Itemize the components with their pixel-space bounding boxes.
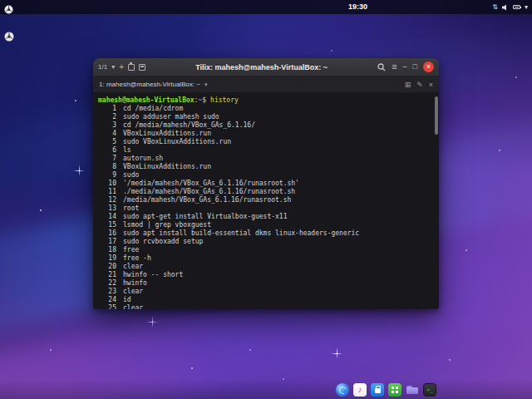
history-row: 18free [98, 246, 431, 254]
hamburger-menu-icon[interactable]: ≡ [392, 62, 397, 72]
tab-close-icon[interactable]: × [429, 81, 433, 89]
history-command: VBoxLinuxAdditions.run [123, 130, 211, 137]
history-number: 25 [98, 304, 116, 309]
session-pager: 1/1 [98, 63, 107, 71]
tab-bar: 1: mahesh@mahesh-VirtualBox: ~ ▾ ⊞ ✎ × [93, 76, 439, 93]
music-icon[interactable]: ♪ [353, 383, 367, 397]
history-number: 1 [98, 105, 116, 113]
terminal-app-icon[interactable]: >_ [423, 383, 436, 397]
history-row: 21hwinfo -- short [98, 271, 431, 279]
history-number: 9 [98, 171, 116, 180]
terminal-viewport[interactable]: mahesh@mahesh-VirtualBox:~$history 1cd /… [93, 93, 439, 309]
bottom-panel-shade [0, 379, 532, 399]
history-row: 15lsmod | grep vboxguest [98, 221, 431, 229]
window-titlebar[interactable]: 1/1 ▾ + Tilix: mahesh@mahesh-VirtualBox:… [93, 58, 439, 76]
history-number: 5 [98, 138, 116, 146]
wallpaper-sparkle [331, 347, 342, 359]
history-command: hwinfo [123, 279, 147, 287]
history-list: 1cd /media/cdrom 2sudo adduser mahesh su… [98, 105, 431, 309]
history-number: 14 [98, 213, 116, 221]
history-command: sudo adduser mahesh sudo [123, 113, 219, 121]
volume-icon[interactable] [502, 4, 509, 11]
clipboard-icon[interactable] [128, 64, 135, 71]
history-number: 17 [98, 238, 116, 246]
history-row: 23clear [98, 288, 431, 296]
edit-title-icon[interactable]: ✎ [416, 81, 423, 89]
history-row: 1cd /media/cdrom [98, 105, 431, 113]
history-row: 6ls [98, 146, 431, 155]
software-store-icon[interactable] [388, 383, 401, 397]
typed-command: history [210, 96, 239, 104]
files-icon[interactable] [406, 383, 419, 397]
history-command: sudo apt-get install Virtualbox-guest-x1… [123, 213, 287, 220]
history-number: 13 [98, 204, 116, 213]
prompt-user-host: mahesh@mahesh-VirtualBox [98, 96, 195, 104]
tab-actions: ⊞ ✎ × [405, 81, 433, 89]
history-command: '/media/mahesh/VBox_GAs_6.1.16/runasroot… [123, 180, 299, 187]
history-command: cd /media/cdrom [123, 105, 183, 112]
history-row: 2sudo adduser mahesh sudo [98, 113, 431, 121]
prompt-dollar: $ [202, 96, 206, 104]
minimize-button[interactable]: – [403, 62, 407, 72]
session-chevron-icon[interactable]: ▾ [111, 63, 115, 71]
history-number: 4 [98, 130, 116, 138]
history-command: sudo apt install build-essential dkms li… [123, 229, 359, 237]
browser-icon[interactable] [336, 383, 349, 397]
display-icon[interactable] [139, 64, 145, 71]
history-number: 15 [98, 221, 116, 229]
history-command: sudo rcvboxadd setup [123, 238, 203, 245]
history-number: 8 [98, 163, 116, 171]
history-row: 17sudo rcvboxadd setup [98, 238, 431, 246]
close-button[interactable]: × [423, 62, 434, 72]
network-icon[interactable]: ⇅ [492, 2, 498, 12]
tab-session[interactable]: 1: mahesh@mahesh-VirtualBox: ~ ▾ [99, 81, 208, 88]
titlebar-right-controls: ≡ – □ × [377, 62, 434, 72]
history-number: 24 [98, 296, 116, 304]
history-row: 13root [98, 204, 431, 213]
clock[interactable]: 19:30 [348, 2, 367, 11]
history-command: cd /media/mahesh/VBox_GAs_6.1.16/ [123, 121, 255, 129]
titlebar-left-controls: 1/1 ▾ + [98, 63, 145, 71]
taskbar-dock: ♪ >_ [336, 382, 436, 397]
history-row: 12/media/mahesh/VBox_GAs_6.1.16/runasroo… [98, 196, 431, 204]
split-terminal-icon[interactable]: ⊞ [405, 81, 411, 89]
tray-chevron-icon[interactable]: ▾ [525, 2, 528, 12]
history-number: 11 [98, 188, 116, 196]
history-command: hwinfo -- short [123, 271, 183, 278]
search-icon[interactable] [377, 63, 386, 71]
history-number: 20 [98, 263, 116, 271]
history-command: ls [123, 146, 131, 154]
appstore-icon[interactable] [371, 383, 384, 397]
history-row: 14sudo apt-get install Virtualbox-guest-… [98, 213, 431, 221]
history-command: free -h [123, 254, 151, 262]
history-number: 2 [98, 113, 116, 121]
scrollbar-thumb[interactable] [435, 96, 438, 135]
desktop-shortcut-icon[interactable] [4, 30, 14, 40]
history-command: clear [123, 304, 143, 309]
history-row: 22hwinfo [98, 279, 431, 288]
history-number: 6 [98, 146, 116, 155]
history-number: 12 [98, 196, 116, 204]
terminal-scrollbar[interactable] [435, 95, 438, 308]
history-command: sudo VBoxLinuxAdditions.run [123, 138, 231, 145]
maximize-button[interactable]: □ [413, 62, 417, 72]
history-command: sudo [123, 171, 139, 179]
history-row: 9sudo [98, 171, 431, 180]
history-number: 3 [98, 121, 116, 130]
history-row: 25clear [98, 304, 431, 309]
history-command: ./media/mahesh/VBox_GAs_6.1.16/runasroot… [123, 188, 295, 195]
battery-icon[interactable] [513, 5, 520, 9]
history-row: 11./media/mahesh/VBox_GAs_6.1.16/runasro… [98, 188, 431, 196]
history-row: 20clear [98, 263, 431, 271]
history-number: 10 [98, 180, 116, 188]
history-row: 3cd /media/mahesh/VBox_GAs_6.1.16/ [98, 121, 431, 130]
history-row: 10'/media/mahesh/VBox_GAs_6.1.16/runasro… [98, 180, 431, 188]
tab-chevron-icon[interactable]: ▾ [204, 81, 208, 88]
new-session-button[interactable]: + [119, 63, 124, 71]
history-number: 22 [98, 279, 116, 288]
history-number: 19 [98, 254, 116, 263]
wallpaper-sparkle [146, 316, 158, 328]
activities-menu-icon[interactable] [4, 2, 13, 12]
history-command: clear [123, 263, 143, 270]
system-tray[interactable]: ⇅ ▾ [492, 2, 528, 12]
